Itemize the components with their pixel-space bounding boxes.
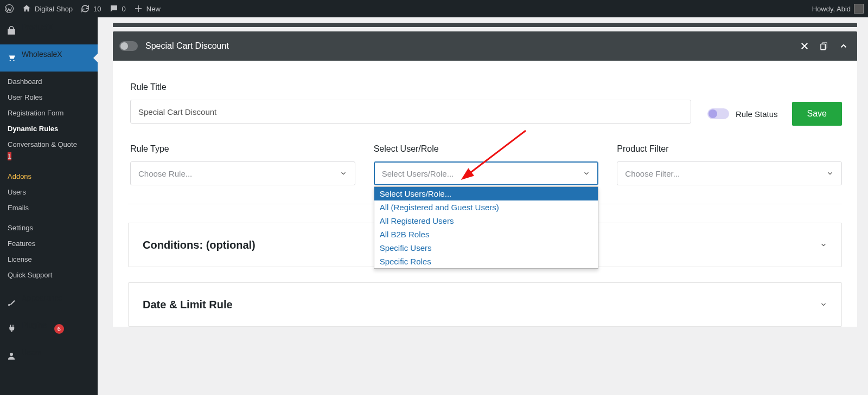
menu-label: Plugins (22, 321, 47, 329)
col-rule-type: Rule Type Choose Rule... (130, 144, 355, 185)
menu-wholesalex[interactable]: WholesaleX (0, 44, 98, 72)
col-user-role: Select User/Role Select Users/Role... Se… (374, 144, 599, 185)
product-filter-select[interactable]: Choose Filter... (617, 161, 842, 185)
submenu-wholesalex: Dashboard User Roles Registration Form D… (0, 72, 98, 288)
close-icon[interactable] (800, 41, 809, 51)
wp-logo-icon[interactable] (4, 4, 14, 14)
user-role-select[interactable]: Select Users/Role... (374, 161, 599, 185)
sub-addons[interactable]: Addons (0, 169, 98, 184)
copy-icon[interactable] (819, 41, 829, 51)
admin-bar: Digital Shop 10 0 New Howdy, Abid (0, 0, 868, 17)
comments-count: 0 (122, 5, 126, 13)
rule-enable-toggle[interactable] (119, 41, 138, 51)
user-role-value: Select Users/Role... (382, 169, 454, 178)
user-role-dropdown: Select Users/Role...All (Registered and … (374, 186, 599, 269)
rule-bar-title: Special Cart Discount (145, 41, 229, 51)
menu-productx[interactable]: ProductX (0, 17, 98, 44)
accordion-title: Conditions: (optional) (143, 239, 256, 251)
sub-user-roles[interactable]: User Roles (0, 89, 98, 105)
rule-status-toggle[interactable] (707, 108, 729, 119)
sub-conversation-badge-row: 1 (0, 152, 98, 164)
dropdown-option[interactable]: Select Users/Role... (374, 187, 598, 200)
dropdown-option[interactable]: Specific Roles (374, 255, 598, 268)
dropdown-option[interactable]: All Registered Users (374, 214, 598, 228)
canvas: Special Cart Discount (113, 23, 857, 327)
shell: ProductX WholesaleX Dashboard User Roles… (0, 17, 868, 395)
updates-link[interactable]: 10 (80, 4, 101, 14)
rule-status-wrap: Rule Status (707, 108, 778, 119)
row-title-save: Rule Title Rule Status Save (128, 77, 842, 126)
sub-registration-form[interactable]: Registration Form (0, 105, 98, 121)
collapse-icon[interactable] (839, 41, 848, 51)
rule-bar-left: Special Cart Discount (119, 41, 229, 51)
chevron-down-icon (820, 241, 827, 249)
rule-type-select[interactable]: Choose Rule... (130, 161, 355, 185)
rule-type-label: Rule Type (130, 144, 355, 154)
chevron-down-icon (820, 301, 827, 308)
rule-panel: Rule Title Rule Status Save Rule Type (113, 61, 857, 327)
rule-status-label: Rule Status (736, 109, 778, 119)
rule-bar: Special Cart Discount (113, 31, 857, 61)
dropdown-option[interactable]: All (Registered and Guest Users) (374, 200, 598, 214)
brush-icon (7, 297, 16, 307)
howdy-text: Howdy, Abid (812, 5, 851, 13)
sub-emails[interactable]: Emails (0, 200, 98, 216)
sub-dashboard[interactable]: Dashboard (0, 74, 98, 89)
sub-license[interactable]: License (0, 251, 98, 267)
rule-title-input[interactable] (130, 100, 691, 124)
sub-conversation-quote[interactable]: Conversation & Quote (0, 137, 98, 152)
site-name: Digital Shop (35, 5, 73, 13)
updates-count: 10 (93, 5, 101, 13)
col-rule-title: Rule Title (128, 82, 691, 124)
menu-users[interactable]: Users (0, 342, 98, 370)
howdy-link[interactable]: Howdy, Abid (812, 4, 864, 14)
sub-quick-support[interactable]: Quick Support (0, 267, 98, 283)
rule-title-label: Rule Title (130, 82, 691, 92)
dropdown-option[interactable]: Specific Users (374, 241, 598, 255)
bag-icon (7, 26, 16, 36)
row-selects: Rule Type Choose Rule... Select User/Rol… (128, 144, 842, 185)
top-strip (113, 23, 857, 27)
avatar-icon (854, 4, 864, 14)
product-filter-label: Product Filter (617, 144, 842, 154)
admin-bar-right: Howdy, Abid (812, 4, 864, 14)
menu-label: Appearance (22, 294, 63, 302)
save-button[interactable]: Save (792, 102, 842, 126)
menu-appearance[interactable]: Appearance (0, 288, 98, 315)
product-filter-value: Choose Filter... (625, 169, 680, 178)
menu-label: WholesaleX (22, 50, 62, 59)
rule-bar-actions (800, 41, 848, 51)
menu-plugins[interactable]: Plugins 6 (0, 315, 98, 342)
rule-type-value: Choose Rule... (138, 169, 192, 178)
comments-link[interactable]: 0 (109, 4, 126, 14)
accordion-title: Date & Limit Rule (143, 299, 233, 311)
menu-label: ProductX (22, 23, 53, 31)
chevron-down-icon (826, 170, 834, 177)
new-label: New (146, 5, 161, 13)
sub-settings[interactable]: Settings (0, 220, 98, 236)
main-content: Special Cart Discount (98, 17, 868, 395)
plugins-badge: 6 (54, 324, 64, 334)
chevron-down-icon (583, 170, 590, 177)
admin-bar-left: Digital Shop 10 0 New (4, 4, 161, 14)
plug-icon (7, 324, 16, 334)
sub-features[interactable]: Features (0, 236, 98, 251)
col-product-filter: Product Filter Choose Filter... (617, 144, 842, 185)
user-role-label: Select User/Role (374, 144, 599, 154)
user-icon (7, 351, 16, 361)
site-link[interactable]: Digital Shop (22, 4, 73, 14)
menu-label: Users (22, 348, 42, 357)
admin-sidebar: ProductX WholesaleX Dashboard User Roles… (0, 17, 98, 395)
chevron-down-icon (340, 170, 347, 177)
cart-icon (7, 53, 16, 63)
sub-users[interactable]: Users (0, 184, 98, 200)
dropdown-option[interactable]: All B2B Roles (374, 228, 598, 241)
accordion-date-limit[interactable]: Date & Limit Rule (128, 282, 842, 327)
notification-badge: 1 (8, 152, 11, 160)
col-actions: Rule Status Save (707, 82, 842, 126)
sub-dynamic-rules[interactable]: Dynamic Rules (0, 121, 98, 137)
svg-rect-2 (821, 44, 825, 50)
new-link[interactable]: New (133, 4, 161, 14)
